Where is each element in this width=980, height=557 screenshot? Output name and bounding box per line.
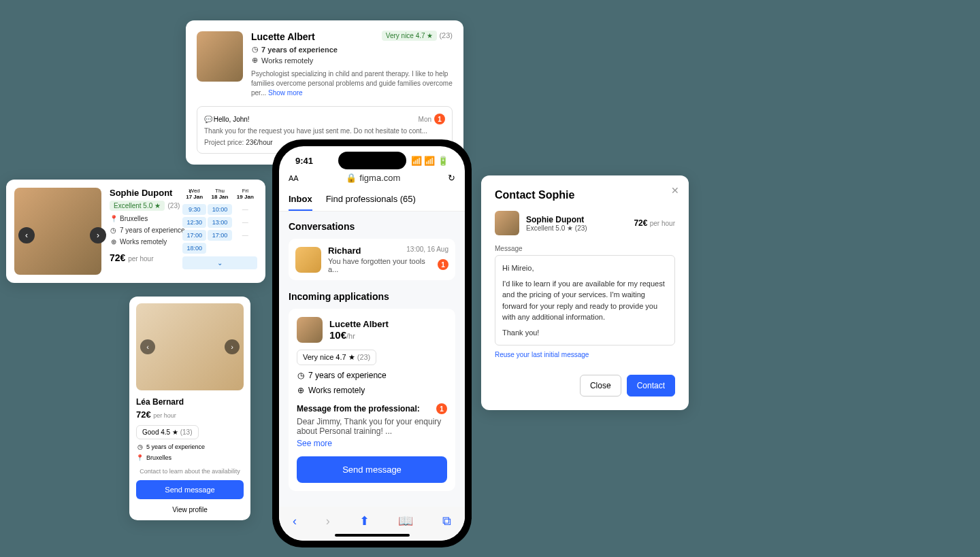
- modal-title: Contact Sophie: [495, 189, 675, 201]
- pin-icon: 📍: [110, 215, 117, 222]
- location: Bruxelles: [120, 215, 148, 222]
- phone-notch: [338, 152, 406, 169]
- message-body: Thank you for the request you have just …: [204, 127, 445, 135]
- time-slot[interactable]: 12:30: [182, 217, 206, 228]
- status-icons: 📶 📶 🔋: [411, 156, 448, 166]
- avatar: [295, 247, 321, 273]
- message-textarea[interactable]: Hi Mireio, I'd like to learn if you are …: [495, 255, 675, 345]
- rating-count: (23): [168, 202, 180, 209]
- share-button[interactable]: ⬆: [359, 513, 370, 528]
- conversations-header: Conversations: [289, 221, 455, 232]
- applications-header: Incoming applications: [289, 291, 455, 302]
- clock-icon: ◷: [251, 45, 259, 54]
- rating-count: (23): [439, 31, 453, 39]
- next-photo-button[interactable]: ›: [90, 227, 106, 243]
- location: Bruxelles: [146, 454, 172, 461]
- remote: Works remotely: [120, 238, 167, 246]
- greeting: Hello, John!: [214, 116, 250, 123]
- professional-card-lea: ‹ › Léa Bernard 72€ per hour Good 4.5 ★ …: [129, 297, 250, 520]
- prev-photo-button[interactable]: ‹: [18, 227, 35, 243]
- remote: Works remotely: [308, 386, 365, 395]
- avatar: [297, 317, 323, 343]
- unread-badge: 1: [434, 114, 445, 124]
- message-label: Message: [495, 245, 675, 252]
- reuse-message-link[interactable]: Reuse your last initial message: [495, 351, 675, 358]
- professional-name: Sophie Dupont: [526, 215, 627, 224]
- time-slot-empty: —: [233, 217, 257, 228]
- globe-icon: ⊕: [297, 386, 304, 395]
- tabs-button[interactable]: ⧉: [442, 514, 451, 528]
- conversation-name: Richard: [328, 246, 361, 256]
- time-slot[interactable]: 17:00: [208, 230, 231, 241]
- clock-icon: ◷: [110, 226, 117, 234]
- send-message-button[interactable]: Send message: [136, 480, 244, 499]
- price: 72€: [136, 409, 151, 420]
- url-text[interactable]: figma.com: [359, 173, 400, 183]
- time-slot[interactable]: 18:00: [182, 243, 206, 254]
- time-slot[interactable]: 13:00: [208, 217, 231, 228]
- clock-icon: ◷: [297, 371, 304, 380]
- rating-text: Excellent 5.0 ★ (23): [526, 224, 627, 232]
- contact-modal: ✕ Contact Sophie Sophie Dupont Excellent…: [481, 175, 689, 410]
- price-unit: per hour: [153, 412, 176, 419]
- unread-badge: 1: [438, 259, 448, 270]
- conversation-time: 13:00, 16 Aug: [406, 246, 448, 256]
- rating-badge: Very nice 4.7 ★ (23): [297, 350, 376, 365]
- rating-badge: Excellent 5.0 ★: [110, 201, 165, 211]
- professional-name: Lucette Albert: [251, 31, 338, 42]
- forward-button[interactable]: ›: [326, 514, 330, 528]
- conversation-item[interactable]: Richard 13:00, 16 Aug You have forgotten…: [289, 239, 455, 280]
- close-button[interactable]: Close: [580, 375, 621, 396]
- price-unit: per hour: [128, 255, 153, 263]
- phone-frame: 9:41 📶 📶 🔋 AA 🔒figma.com ↻ Inbox Find pr…: [272, 139, 472, 547]
- time-slot[interactable]: 17:00: [182, 230, 206, 241]
- see-more-link[interactable]: See more: [297, 439, 447, 448]
- remote-text: Works remotely: [261, 56, 313, 65]
- avatar: [197, 31, 243, 82]
- avatar: ‹ ›: [136, 303, 244, 390]
- application-item: Lucette Albert 10€/hr Very nice 4.7 ★ (2…: [289, 309, 455, 491]
- professional-card-sophie: ‹ › Sophie Dupont Excellent 5.0 ★ (23) 📍…: [6, 180, 265, 283]
- expand-schedule-button[interactable]: ⌄: [182, 256, 257, 269]
- price-value: 23€/hour: [246, 139, 272, 146]
- professional-name: Léa Bernard: [136, 397, 244, 407]
- schedule: Wed17 Jan Thu18 Jan Fri19 Jan 9:30 12:30…: [182, 188, 257, 269]
- home-indicator[interactable]: [335, 534, 410, 537]
- time-slot[interactable]: 10:00: [208, 204, 231, 215]
- globe-icon: ⊕: [251, 56, 259, 65]
- conversation-preview: You have forgotten your tools a...: [328, 257, 438, 273]
- price-label: Project price:: [204, 139, 244, 146]
- view-profile-link[interactable]: View profile: [136, 506, 244, 513]
- pin-icon: 📍: [136, 454, 144, 461]
- message-day: Mon: [419, 116, 431, 123]
- applicant-name: Lucette Albert: [329, 319, 389, 329]
- experience: 7 years of experience: [308, 371, 387, 380]
- time-slot[interactable]: 9:30: [182, 204, 206, 215]
- price-unit: per hour: [650, 220, 675, 227]
- message-text: Dear Jimmy, Thank you for your enquiry a…: [297, 417, 447, 436]
- next-photo-button[interactable]: ›: [225, 339, 240, 354]
- lock-icon: 🔒: [346, 173, 357, 183]
- globe-icon: ⊕: [110, 238, 117, 246]
- close-icon[interactable]: ✕: [671, 185, 679, 196]
- tab-find-professionals[interactable]: Find professionals (65): [326, 194, 416, 211]
- clock-icon: ◷: [136, 443, 144, 450]
- tab-inbox[interactable]: Inbox: [289, 194, 312, 211]
- send-message-button[interactable]: Send message: [297, 456, 447, 483]
- experience: 7 years of experience: [120, 226, 185, 234]
- rating-badge: Very nice 4.7 ★: [382, 31, 438, 41]
- price: 72€: [110, 252, 125, 263]
- price: 10€: [329, 329, 346, 341]
- back-button[interactable]: ‹: [293, 514, 297, 528]
- message-header: Message from the professional:: [297, 404, 420, 413]
- price-unit: /hr: [346, 332, 355, 340]
- bio-text: Psychologist specializing in child and p…: [251, 69, 453, 98]
- text-size-button[interactable]: AA: [289, 174, 299, 182]
- contact-button[interactable]: Contact: [627, 375, 675, 396]
- bookmarks-button[interactable]: 📖: [398, 513, 413, 528]
- prev-photo-button[interactable]: ‹: [140, 339, 155, 354]
- chat-icon: 💬: [204, 116, 212, 123]
- reload-button[interactable]: ↻: [448, 173, 455, 183]
- show-more-link[interactable]: Show more: [268, 89, 303, 97]
- avatar: [495, 211, 519, 235]
